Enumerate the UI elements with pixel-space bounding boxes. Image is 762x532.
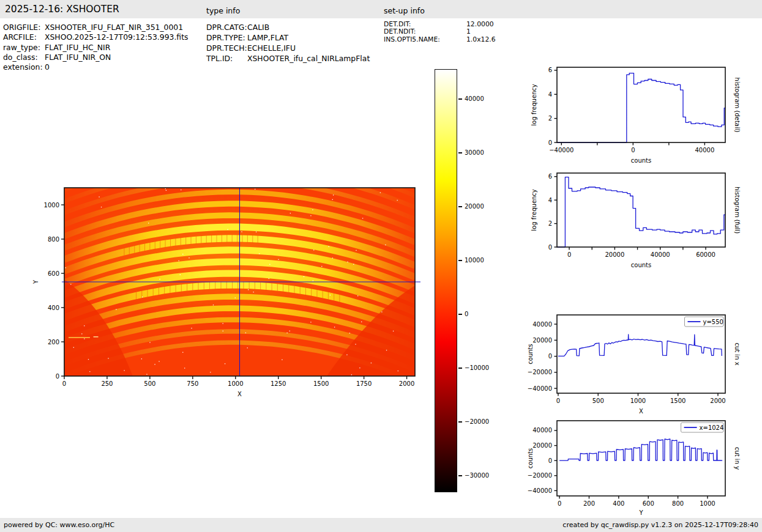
page-title: 2025-12-16: XSHOOTER xyxy=(5,4,119,15)
y-tick-label: 20000 xyxy=(532,442,552,449)
meta-label: INS.OPTI5.NAME: xyxy=(384,36,466,43)
meta-label: DPR.TECH: xyxy=(206,43,247,53)
y-tick-label: 40000 xyxy=(532,321,552,328)
y-tick-label: 0 xyxy=(56,373,59,380)
meta-row: INS.OPTI5.NAME:1.0x12.6 xyxy=(384,36,496,43)
meta-label: ARCFILE: xyxy=(3,32,45,42)
y-tick-label: 200 xyxy=(48,339,59,345)
meta-label: ORIGFILE: xyxy=(3,23,45,32)
right-axis-title: histogram (full) xyxy=(734,187,741,234)
colorbar-tick-label: 40000 xyxy=(465,95,484,103)
x-axis-label: X xyxy=(237,391,242,397)
y-tick-label: 4 xyxy=(548,91,552,98)
y-tick-label: 2 xyxy=(548,115,552,122)
x-tick-label: 0 xyxy=(62,380,66,387)
footer-bar: powered by QC: www.eso.org/HC created by… xyxy=(0,518,762,532)
x-tick-label: 2000 xyxy=(399,380,414,387)
colorbar-tick xyxy=(458,260,462,261)
colorbar-tick xyxy=(458,314,462,315)
right-axis-title: cut in x xyxy=(734,342,741,365)
y-tick-label: 0 xyxy=(548,139,552,146)
y-axis-label: Y xyxy=(32,279,39,284)
hist-full-plot: 02000040000600000246countslog frequencyh… xyxy=(517,164,747,275)
x-tick-label: 1000 xyxy=(700,500,715,507)
colorbar xyxy=(435,69,457,492)
y-axis-label: counts xyxy=(527,448,534,468)
y-tick-label: 0 xyxy=(548,457,552,464)
y-tick-label: −40000 xyxy=(528,487,552,494)
x-tick-label: 0 xyxy=(567,251,571,258)
meta-value: 12.0000 xyxy=(466,20,494,28)
axes-frame xyxy=(557,67,725,142)
y-tick-label: 0 xyxy=(548,244,552,251)
x-tick-label: 1000 xyxy=(630,397,646,404)
series-line xyxy=(557,177,725,247)
file-info-column: ORIGFILE:XSHOOTER_IFU_FLAT_NIR_351_0001A… xyxy=(3,23,188,72)
meta-value: ECHELLE,IFU xyxy=(247,43,296,53)
meta-value: 1.0x12.6 xyxy=(466,35,496,43)
meta-row: do_class:FLAT_IFU_NIR_ON xyxy=(3,53,188,62)
meta-row: DPR.TECH:ECHELLE,IFU xyxy=(206,43,370,53)
x-tick-label: 0 xyxy=(556,397,560,404)
right-axis-title: cut in y xyxy=(734,447,741,470)
colorbar-tick-label: 0 xyxy=(465,311,468,318)
y-tick-label: −20000 xyxy=(528,369,552,375)
x-tick-label: 1750 xyxy=(356,380,372,387)
y-tick-label: −20000 xyxy=(528,472,552,479)
y-axis-label: counts xyxy=(527,344,534,364)
legend-label: x=1024 xyxy=(700,424,724,431)
y-tick-label: 600 xyxy=(48,270,59,277)
meta-value: XSHOOTER_IFU_FLAT_NIR_351_0001 xyxy=(45,23,183,32)
y-tick-label: 1000 xyxy=(44,202,59,209)
y-tick-label: −40000 xyxy=(528,385,552,392)
x-tick-label: 250 xyxy=(101,380,113,387)
colorbar-tick-label: 20000 xyxy=(465,203,484,210)
colorbar-tick xyxy=(458,98,462,100)
footer-powered-by: powered by QC: www.eso.org/HC xyxy=(4,521,114,529)
x-tick-label: 0 xyxy=(558,500,561,507)
colorbar-tick-label: 10000 xyxy=(465,257,484,264)
x-tick-label: −40000 xyxy=(549,147,573,153)
series-line xyxy=(559,439,722,460)
meta-row: TPL.ID:XSHOOTER_ifu_cal_NIRLampFlat xyxy=(206,53,370,64)
x-tick-label: 750 xyxy=(187,380,198,387)
series-line xyxy=(557,73,725,142)
meta-label: raw_type: xyxy=(3,43,45,53)
x-tick-label: 40000 xyxy=(651,251,670,258)
colorbar-tick-label: −30000 xyxy=(465,472,489,479)
y-tick-label: 800 xyxy=(48,236,59,243)
meta-value: LAMP,FLAT xyxy=(247,33,288,42)
meta-value: FLAT_IFU_NIR_ON xyxy=(45,53,111,62)
y-tick-label: 6 xyxy=(548,173,552,180)
raw-frame-image xyxy=(56,157,415,381)
meta-value: FLAT_IFU_HC_NIR xyxy=(45,43,110,52)
colorbar-tick xyxy=(458,421,462,423)
footer-created-by: created by qc_rawdisp.py v1.2.3 on 2025-… xyxy=(562,521,758,529)
right-axis-title: histogram (detail) xyxy=(734,78,741,133)
meta-value: 1 xyxy=(466,28,471,35)
meta-label: do_class: xyxy=(3,53,45,62)
colorbar-tick xyxy=(458,368,462,369)
meta-label: TPL.ID: xyxy=(206,53,247,64)
meta-label: extension: xyxy=(3,62,45,72)
x-tick-label: 0 xyxy=(631,147,635,153)
meta-label: DET.NDIT: xyxy=(384,28,466,35)
colorbar-tick-label: −20000 xyxy=(465,418,489,426)
colorbar-tick xyxy=(458,206,462,207)
colorbar-tick xyxy=(458,475,462,476)
header-bar: 2025-12-16: XSHOOTER type info set-up in… xyxy=(0,0,762,18)
axes-frame xyxy=(557,173,725,247)
setup-info-column: DET.DIT:12.0000DET.NDIT:1INS.OPTI5.NAME:… xyxy=(384,21,496,43)
y-tick-label: 400 xyxy=(48,305,59,311)
meta-label: DPR.TYPE: xyxy=(206,32,247,43)
x-tick-label: 500 xyxy=(144,380,155,387)
meta-row: DPR.CATG:CALIB xyxy=(206,22,370,32)
qc-report-page: 2025-12-16: XSHOOTER type info set-up in… xyxy=(0,0,762,532)
y-axis-label: log frequency xyxy=(531,189,537,231)
type-info-column: DPR.CATG:CALIBDPR.TYPE:LAMP,FLATDPR.TECH… xyxy=(206,22,370,64)
x-tick-label: 400 xyxy=(613,500,624,507)
colorbar-tick-label: −10000 xyxy=(465,364,489,372)
meta-row: extension:0 xyxy=(3,62,188,72)
hist-detail-plot: −400000400000246countslog frequencyhisto… xyxy=(517,58,747,170)
meta-row: ARCFILE:XSHOO.2025-12-17T09:12:53.993.fi… xyxy=(3,32,188,42)
